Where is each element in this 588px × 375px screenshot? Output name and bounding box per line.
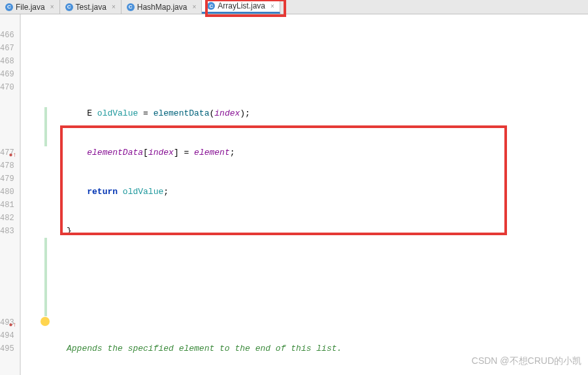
java-class-icon: C	[5, 3, 13, 11]
close-icon[interactable]: ×	[112, 3, 116, 10]
tab-arraylist[interactable]: CArrayList.java×	[202, 0, 280, 14]
doc-indicator	[44, 107, 47, 146]
tab-hashmap[interactable]: CHashMap.java×	[122, 0, 203, 14]
close-icon[interactable]: ×	[50, 3, 54, 10]
tab-file[interactable]: CFile.java×	[0, 0, 60, 14]
doc-indicator	[44, 238, 47, 316]
line-gutter[interactable]: 466 467 468 469 470 477●↑ 478 479 480 48…	[0, 14, 20, 375]
intention-bulb-icon[interactable]	[41, 317, 50, 326]
editor-tabs: CFile.java× CTest.java× CHashMap.java× C…	[0, 0, 588, 14]
close-icon[interactable]: ×	[270, 3, 274, 10]
java-class-icon: C	[65, 3, 73, 11]
java-class-icon: C	[207, 2, 215, 10]
tab-test[interactable]: CTest.java×	[60, 0, 122, 14]
close-icon[interactable]: ×	[192, 3, 196, 10]
override-annotation-icon[interactable]: ●↑	[9, 319, 16, 325]
java-class-icon: C	[127, 3, 135, 11]
code-content[interactable]: E oldValue = elementData(index); element…	[21, 14, 588, 375]
editor-area: 466 467 468 469 470 477●↑ 478 479 480 48…	[0, 14, 588, 375]
watermark-text: CSDN @不想CRUD的小凯	[472, 355, 581, 367]
override-annotation-icon[interactable]: ●↑	[9, 149, 16, 155]
